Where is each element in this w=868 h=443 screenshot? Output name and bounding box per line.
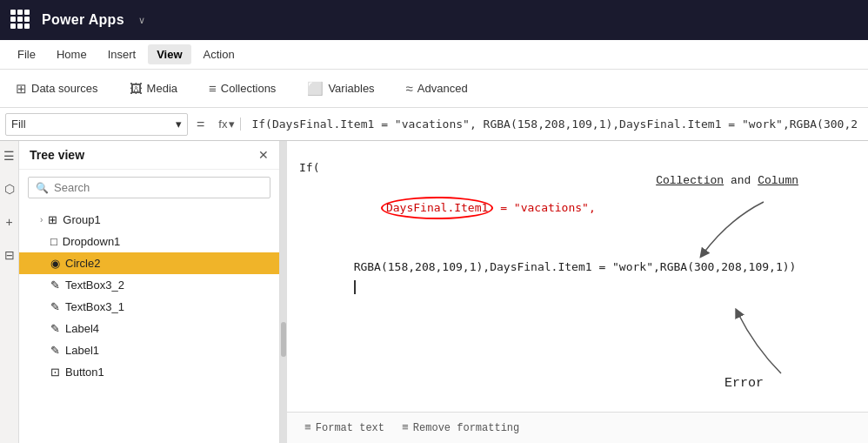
formula-fx-chevron-icon: ▾ [229,117,235,131]
button1-icon: ⊡ [50,366,60,379]
formula-input[interactable] [246,117,863,131]
sidebar-menu-icon[interactable]: ☰ [2,148,17,164]
format-text-icon: ≡ [304,421,311,434]
remove-formatting-label: Remove formatting [413,422,519,434]
search-box[interactable]: 🔍 [28,177,270,198]
format-text-button[interactable]: ≡ Format text [304,421,384,434]
code-cursor [354,280,356,294]
sidebar-layers-icon[interactable]: ⬡ [2,181,17,197]
menu-view[interactable]: View [148,44,190,64]
callout-collection-text: Collection [656,174,724,187]
button1-label: Button1 [65,366,104,379]
group1-chevron-icon: › [40,215,43,225]
textbox3-2-icon: ✎ [50,279,60,292]
menu-file[interactable]: File [9,44,44,64]
tree-close-icon[interactable]: ✕ [258,148,269,162]
label4-label: Label4 [65,322,99,335]
formula-dropdown-value: Fill [11,117,26,131]
tree-item-button1[interactable]: ⊡ Button1 [19,361,279,383]
variables-icon: ⬜ [307,81,324,97]
formula-dropdown[interactable]: Fill ▾ [5,113,188,136]
advanced-icon: ≈ [406,81,413,96]
label1-icon: ✎ [50,344,60,357]
remove-formatting-button[interactable]: ≡ Remove formatting [402,421,519,434]
textbox3-1-icon: ✎ [50,300,60,313]
collections-icon: ≡ [209,81,217,96]
data-sources-icon: ⊞ [16,81,27,97]
top-bar: Power Apps ∨ [0,0,868,40]
ribbon-variables-label: Variables [328,82,374,95]
ribbon-collections[interactable]: ≡ Collections [202,77,283,99]
formula-fx-area: fx ▾ [213,117,241,131]
tree-item-label1[interactable]: ✎ Label1 [19,339,279,361]
code-eq-vacations: = "vacations", [493,201,595,214]
tree-scrollbar[interactable] [280,141,287,443]
tree-item-circle2[interactable]: ◉ Circle2 [19,252,279,274]
bottom-toolbar: ≡ Format text ≡ Remove formatting [287,412,868,443]
code-highlight-item1: DaysFinal.Item1 [381,197,493,219]
code-if-text: If( [299,161,319,174]
dropdown1-icon: □ [50,235,57,248]
tree-item-textbox3-2[interactable]: ✎ TextBox3_2 [19,274,279,296]
ribbon-collections-label: Collections [221,82,277,95]
ribbon-data-sources-label: Data sources [31,82,98,95]
code-indent [354,201,381,214]
app-chevron-icon[interactable]: ∨ [138,15,145,26]
tree-item-dropdown1[interactable]: □ Dropdown1 [19,231,279,252]
ribbon-media-label: Media [147,82,177,95]
formula-dropdown-chevron-icon: ▾ [176,117,182,131]
media-icon: 🖼 [130,81,143,96]
ribbon-media[interactable]: 🖼 Media [123,77,184,99]
code-editor[interactable]: Collection and Column If( DaysFinal.Item… [287,141,868,443]
menu-home[interactable]: Home [48,44,96,64]
textbox3-1-label: TextBox3_1 [65,300,124,313]
label1-label: Label1 [65,344,99,357]
tree-header: Tree view ✕ [19,141,279,170]
textbox3-2-label: TextBox3_2 [65,279,124,292]
tree-item-textbox3-1[interactable]: ✎ TextBox3_1 [19,296,279,318]
menu-insert[interactable]: Insert [99,44,145,64]
tree-panel: Tree view ✕ 🔍 › ⊞ Group1 □ Dropdown1 ◉ C… [19,141,280,443]
search-input[interactable] [54,181,263,194]
tree-items: › ⊞ Group1 □ Dropdown1 ◉ Circle2 ✎ TextB… [19,205,279,443]
code-days-final: DaysFinal.Item1 [386,201,488,214]
ribbon-variables[interactable]: ⬜ Variables [300,77,381,100]
formula-fx-label: fx [218,117,227,131]
tree-item-group1[interactable]: › ⊞ Group1 [19,209,279,231]
sidebar-add-icon[interactable]: + [2,214,17,230]
format-text-label: Format text [316,422,384,434]
tree-title: Tree view [30,148,84,162]
menu-action[interactable]: Action [195,44,244,64]
remove-formatting-icon: ≡ [402,421,409,434]
group1-label: Group1 [63,213,100,226]
code-rgba-line: RGBA(158,208,109,1),DaysFinal.Item1 = "w… [354,260,797,273]
waffle-icon[interactable] [10,10,31,30]
formula-bar: Fill ▾ = fx ▾ [0,108,868,141]
callout-annotation: Collection and Column [656,174,798,187]
ribbon-data-sources[interactable]: ⊞ Data sources [9,77,105,100]
callout-column-text: Column [758,174,798,187]
ribbon-advanced-label: Advanced [417,82,468,95]
ribbon-advanced[interactable]: ≈ Advanced [399,77,475,99]
main-layout: ☰ ⬡ + ⊟ Tree view ✕ 🔍 › ⊞ Group1 □ Dropd… [0,141,868,443]
circle2-icon: ◉ [50,257,60,270]
app-name: Power Apps [42,12,124,28]
group1-icon: ⊞ [48,213,57,226]
circle2-label: Circle2 [65,257,100,270]
code-line-3: RGBA(158,208,109,1),DaysFinal.Item1 = "w… [299,238,856,315]
menu-bar: File Home Insert View Action [0,40,868,70]
callout-and-text: and [724,174,758,187]
tree-scrollbar-thumb[interactable] [281,322,286,357]
sidebar-icons: ☰ ⬡ + ⊟ [0,141,19,443]
search-icon: 🔍 [36,182,49,194]
formula-eq-sign: = [193,117,208,132]
ribbon: ⊞ Data sources 🖼 Media ≡ Collections ⬜ V… [0,70,868,108]
dropdown1-label: Dropdown1 [63,235,121,248]
error-label: Error [724,376,764,391]
sidebar-filter-icon[interactable]: ⊟ [2,247,17,263]
tree-item-label4[interactable]: ✎ Label4 [19,318,279,339]
label4-icon: ✎ [50,322,60,335]
